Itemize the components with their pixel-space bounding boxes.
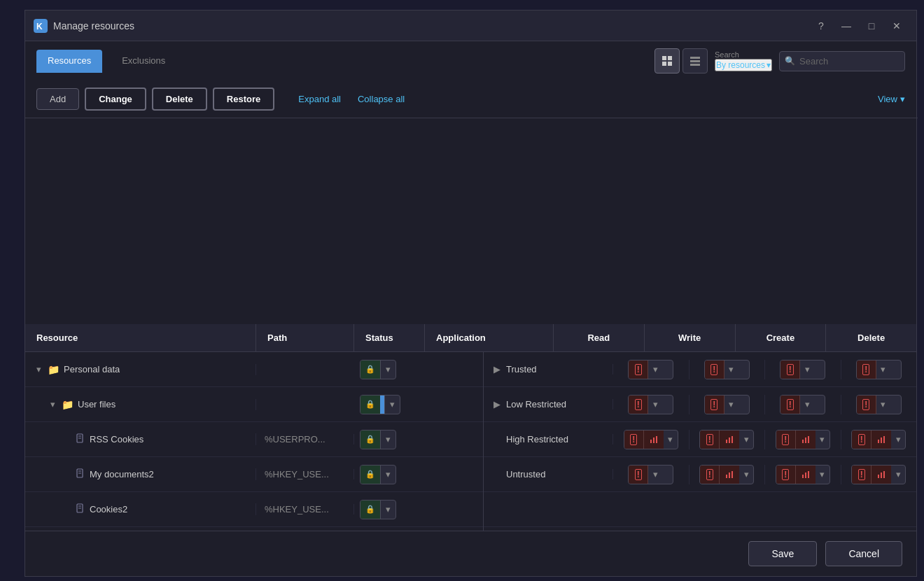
create-dropdown-arrow[interactable]: ▾ (800, 395, 814, 414)
col-header-resource: Resource (25, 324, 256, 351)
app-chevron-icon[interactable]: ▶ (492, 365, 502, 374)
cell-app-low-restricted: ▶Low Restricted (484, 399, 613, 410)
cancel-button[interactable]: Cancel (825, 541, 902, 566)
delete-control-trusted[interactable]: !▾ (856, 360, 902, 379)
search-input-wrap: 🔍 (779, 51, 905, 71)
resource-name: Personal data (64, 364, 120, 374)
create-control-high-restricted[interactable]: !▾ (776, 430, 830, 449)
read-dropdown-arrow[interactable]: ▾ (648, 360, 662, 379)
perm-row-untrusted: Untrusted!▾!▾!▾!▾ (484, 457, 916, 492)
help-button[interactable]: ? (810, 16, 832, 36)
write-dropdown-arrow[interactable]: ▾ (739, 465, 753, 484)
col-header-status: Status (354, 324, 424, 351)
create-dropdown-arrow[interactable]: ▾ (816, 430, 830, 449)
search-icon: 🔍 (785, 56, 795, 66)
alert-icon: ! (624, 430, 644, 449)
write-control-trusted[interactable]: !▾ (704, 360, 750, 379)
delete-dropdown-arrow[interactable]: ▾ (891, 465, 905, 484)
create-control-low-restricted[interactable]: !▾ (780, 395, 825, 414)
app-chevron-icon[interactable]: ▶ (492, 400, 502, 410)
write-dropdown-arrow[interactable]: ▾ (724, 395, 738, 414)
lock-icon: 🔒 (360, 360, 380, 379)
delete-control-untrusted[interactable]: !▾ (851, 465, 906, 484)
read-control-untrusted[interactable]: !▾ (628, 465, 673, 484)
restore-button[interactable]: □ (860, 16, 883, 36)
cell-path-cookies2: %HKEY_USE... (256, 504, 354, 514)
svg-rect-46 (881, 472, 882, 478)
svg-rect-28 (653, 438, 654, 443)
expand-all-button[interactable]: Expand all (294, 91, 345, 107)
cell-path-rss-cookies: %USERPRO... (256, 434, 354, 444)
status-control[interactable]: 🔒▾ (360, 465, 396, 484)
read-dropdown-arrow[interactable]: ▾ (664, 430, 678, 449)
cell-resource-user-files: ▾📁User files (25, 399, 256, 410)
minimize-button[interactable]: — (835, 16, 858, 36)
resource-row-personal-data[interactable]: ▾📁Personal data🔒▾ (25, 352, 483, 387)
write-dropdown-arrow[interactable]: ▾ (739, 430, 753, 449)
chevron-icon[interactable]: ▾ (48, 400, 57, 410)
perm-row-trusted: ▶Trusted!▾!▾!▾!▾ (484, 352, 916, 387)
create-control-untrusted[interactable]: !▾ (776, 465, 830, 484)
lock-icon: 🔒 (360, 430, 380, 449)
view-table-button[interactable] (654, 48, 680, 74)
chevron-icon[interactable]: ▾ (34, 365, 43, 374)
status-dropdown-arrow[interactable]: ▾ (380, 430, 396, 449)
resource-row-cookies2[interactable]: Cookies2%HKEY_USE...🔒▾ (25, 492, 483, 527)
status-control[interactable]: 🔒▾ (360, 430, 396, 449)
search-by-button[interactable]: By resources ▾ (715, 59, 772, 71)
folder-icon: 📁 (48, 364, 59, 375)
perm-row-filler (484, 492, 916, 527)
svg-rect-3 (668, 56, 672, 60)
delete-control-low-restricted[interactable]: !▾ (856, 395, 902, 414)
write-control-high-restricted[interactable]: !▾ (699, 430, 754, 449)
bars-icon (720, 465, 739, 484)
delete-button[interactable]: Delete (152, 88, 207, 111)
view-menu-button[interactable]: View ▾ (878, 94, 905, 104)
read-control-high-restricted[interactable]: !▾ (624, 430, 678, 449)
read-dropdown-arrow[interactable]: ▾ (648, 395, 662, 414)
tab-resources[interactable]: Resources (36, 50, 102, 73)
cell-create-high-restricted: !▾ (765, 430, 841, 449)
status-dropdown-arrow[interactable]: ▾ (380, 360, 396, 379)
cell-create-untrusted: !▾ (765, 465, 841, 484)
delete-dropdown-arrow[interactable]: ▾ (876, 395, 890, 414)
write-control-untrusted[interactable]: !▾ (699, 465, 754, 484)
status-dropdown-arrow[interactable]: ▾ (380, 465, 396, 484)
alert-icon: ! (857, 395, 876, 414)
write-control-low-restricted[interactable]: !▾ (704, 395, 750, 414)
create-dropdown-arrow[interactable]: ▾ (816, 465, 830, 484)
read-control-low-restricted[interactable]: !▾ (628, 395, 673, 414)
resource-row-my-documents2[interactable]: My documents2%HKEY_USE...🔒▾ (25, 457, 483, 492)
status-control[interactable]: 🔒▾ (360, 360, 396, 379)
delete-dropdown-arrow[interactable]: ▾ (891, 430, 905, 449)
expand-collapse-group: Expand all Collapse all (294, 91, 409, 107)
read-dropdown-arrow[interactable]: ▾ (648, 465, 662, 484)
cell-delete-low-restricted: !▾ (841, 395, 917, 414)
search-input[interactable] (779, 51, 905, 71)
resource-row-user-files[interactable]: ▾📁User files🔒▾ (25, 387, 483, 422)
status-dropdown-arrow[interactable]: ▾ (384, 395, 400, 414)
add-button[interactable]: Add (36, 88, 79, 110)
close-button[interactable]: ✕ (886, 16, 908, 36)
write-dropdown-arrow[interactable]: ▾ (724, 360, 738, 379)
collapse-all-button[interactable]: Collapse all (354, 91, 409, 107)
create-dropdown-arrow[interactable]: ▾ (800, 360, 814, 379)
status-control[interactable]: 🔒▾ (360, 395, 400, 414)
create-control-trusted[interactable]: !▾ (780, 360, 825, 379)
change-button[interactable]: Change (85, 88, 146, 111)
svg-rect-2 (662, 56, 666, 60)
alert-icon: ! (629, 360, 648, 379)
app-name: High Restricted (506, 434, 568, 444)
permissions-list: ▶Trusted!▾!▾!▾!▾▶Low Restricted!▾!▾!▾!▾H… (484, 352, 916, 531)
read-control-trusted[interactable]: !▾ (628, 360, 673, 379)
status-dropdown-arrow[interactable]: ▾ (380, 500, 396, 519)
cell-app-trusted: ▶Trusted (484, 364, 613, 374)
delete-control-high-restricted[interactable]: !▾ (851, 430, 906, 449)
tab-exclusions[interactable]: Exclusions (111, 50, 176, 73)
status-control[interactable]: 🔒▾ (360, 500, 396, 519)
restore-button-action[interactable]: Restore (213, 88, 274, 111)
delete-dropdown-arrow[interactable]: ▾ (876, 360, 890, 379)
view-list-button[interactable] (682, 48, 708, 74)
resource-row-rss-cookies[interactable]: RSS Cookies%USERPRO...🔒▾ (25, 422, 483, 457)
save-button[interactable]: Save (748, 541, 817, 566)
